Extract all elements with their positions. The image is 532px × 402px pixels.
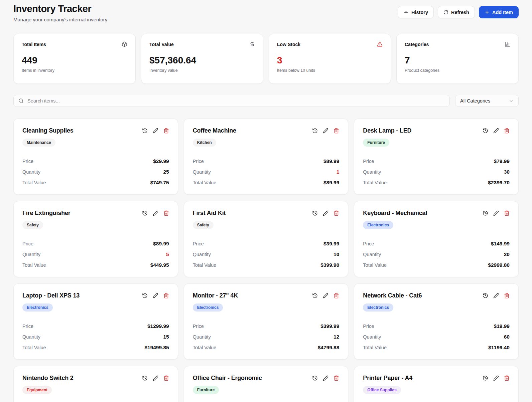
history-button[interactable]: History [398,6,434,18]
item-history-button[interactable] [483,210,488,216]
history-icon [142,210,148,216]
total-value: $1199.40 [488,345,510,351]
inventory-item-card: Monitor - 27" 4K Electronics Price $399.… [184,283,349,360]
item-delete-button[interactable] [163,210,169,216]
item-edit-button[interactable] [153,210,158,216]
item-delete-button[interactable] [504,128,510,134]
item-edit-button[interactable] [323,128,328,134]
item-history-button[interactable] [142,210,148,216]
stat-label: Categories [405,42,429,47]
item-edit-button[interactable] [493,375,499,381]
item-name: Nintendo Switch 2 [22,375,74,382]
item-edit-button[interactable] [153,375,158,381]
price-value: $29.99 [153,158,169,164]
item-delete-button[interactable] [163,128,169,134]
stat-value: $57,360.64 [149,55,255,66]
quantity-value: 30 [504,169,510,175]
quantity-value: 60 [504,334,510,340]
header-actions: History Refresh Add Item [398,6,519,18]
item-history-button[interactable] [142,128,148,134]
item-history-button[interactable] [483,293,488,298]
quantity-label: Quantity [22,252,40,257]
quantity-value: 1 [337,169,340,175]
item-edit-button[interactable] [323,210,328,216]
item-history-button[interactable] [312,210,318,216]
item-edit-button[interactable] [153,293,158,298]
item-history-button[interactable] [312,128,318,134]
item-history-button[interactable] [483,375,488,381]
item-delete-button[interactable] [334,375,339,381]
item-delete-button[interactable] [334,210,339,216]
item-delete-button[interactable] [163,293,169,298]
page-header: Inventory Tracker Manage your company's … [13,3,519,22]
price-value: $79.99 [494,158,510,164]
item-history-button[interactable] [483,128,488,134]
search-input[interactable] [27,98,445,104]
edit-icon [323,293,328,298]
add-item-button[interactable]: Add Item [479,6,519,18]
page-title: Inventory Tracker [13,3,107,14]
item-history-button[interactable] [312,293,318,298]
item-edit-button[interactable] [323,293,328,298]
total-value-label: Total Value [193,262,217,268]
delete-icon [504,128,510,134]
item-history-button[interactable] [312,375,318,381]
total-value-label: Total Value [193,345,217,350]
item-edit-button[interactable] [153,128,158,134]
item-name: Monitor - 27" 4K [193,292,238,299]
item-delete-button[interactable] [334,293,339,298]
history-icon [142,375,148,381]
item-edit-button[interactable] [493,210,499,216]
quantity-label: Quantity [193,169,211,175]
total-value: $2399.70 [488,180,510,186]
stat-card: Low Stock 3 Items below 10 units [269,34,391,84]
item-history-button[interactable] [142,293,148,298]
item-name: First Aid Kit [193,210,226,217]
quantity-value: 25 [163,169,169,175]
category-filter-dropdown[interactable]: All Categories [455,95,519,107]
item-delete-button[interactable] [504,293,510,298]
item-delete-button[interactable] [504,210,510,216]
edit-icon [153,293,158,298]
item-delete-button[interactable] [163,375,169,381]
inventory-item-card: Office Chair - Ergonomic Furniture Price [184,366,349,402]
delete-icon [334,128,339,134]
delete-icon [334,210,339,216]
stat-sublabel: Product categories [405,68,510,73]
item-name: Keyboard - Mechanical [363,210,427,217]
total-value: $4799.88 [318,345,340,351]
item-history-button[interactable] [142,375,148,381]
item-category-badge: Electronics [363,221,393,229]
stat-value: 3 [277,55,383,66]
quantity-value: 20 [504,251,510,257]
stat-sublabel: Inventory value [149,68,255,73]
delete-icon [163,128,169,134]
delete-icon [334,293,339,298]
item-category-badge: Office Supplies [363,386,401,394]
price-label: Price [22,241,33,246]
quantity-label: Quantity [363,334,381,340]
items-grid: Cleaning Supplies Maintenance Price $29.… [13,119,519,402]
price-value: $399.99 [320,323,339,329]
quantity-label: Quantity [363,252,381,257]
history-icon [312,375,318,381]
item-category-badge: Electronics [363,304,393,312]
item-delete-button[interactable] [334,128,339,134]
git-commit-icon [403,10,409,15]
inventory-item-card: Coffee Machine Kitchen Price $89.99 Quan [184,119,349,195]
inventory-item-card: Fire Extinguisher Safety Price $89.99 Qu [13,201,178,277]
total-value-label: Total Value [22,345,46,350]
history-icon [312,293,318,298]
price-label: Price [363,324,374,329]
stats-grid: Total Items 449 Items in inventory Total… [13,34,519,84]
price-label: Price [193,324,204,329]
stat-value: 7 [405,55,510,66]
item-category-badge: Electronics [22,304,53,312]
item-edit-button[interactable] [493,128,499,134]
item-category-badge: Equipment [22,386,52,394]
item-edit-button[interactable] [323,375,328,381]
item-edit-button[interactable] [493,293,499,298]
total-value: $399.90 [320,262,339,268]
refresh-button[interactable]: Refresh [438,6,475,18]
item-delete-button[interactable] [504,375,510,381]
